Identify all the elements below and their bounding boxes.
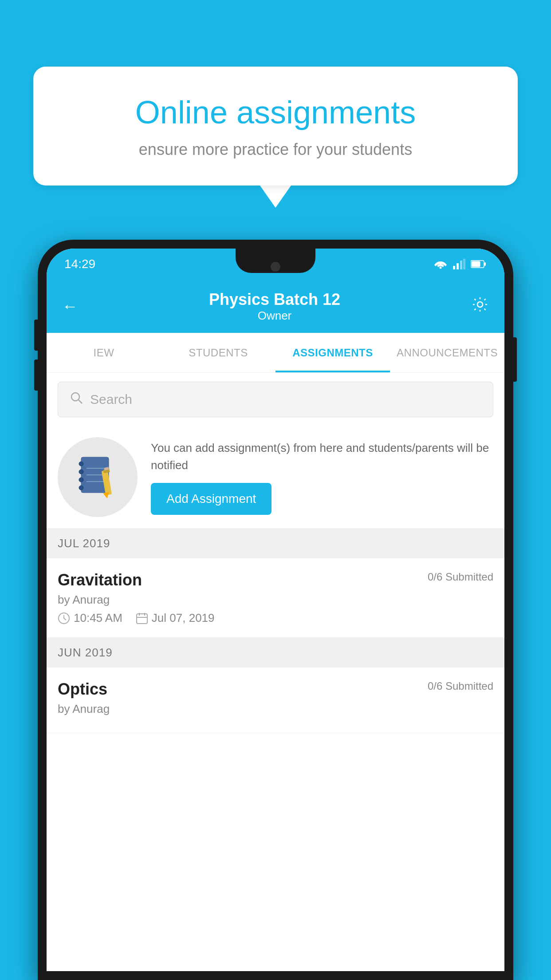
assignment-time: 10:45 AM	[58, 611, 122, 625]
svg-point-15	[79, 486, 83, 490]
search-icon	[69, 391, 83, 408]
assignment-author: by Anurag	[58, 593, 493, 607]
front-camera	[271, 262, 280, 272]
search-placeholder: Search	[90, 392, 132, 407]
svg-point-12	[79, 462, 83, 466]
speech-bubble-subtitle: ensure more practice for your students	[64, 140, 487, 159]
svg-point-13	[79, 470, 83, 474]
promo-icon-circle	[58, 437, 138, 517]
calendar-icon	[136, 612, 148, 624]
assignment-submitted-optics: 0/6 Submitted	[428, 680, 493, 692]
assignment-title: Gravitation	[58, 571, 142, 589]
volume-up-button	[34, 320, 38, 351]
promo-content: You can add assignment(s) from here and …	[151, 439, 493, 515]
tab-students[interactable]: STUDENTS	[161, 333, 276, 372]
assignment-item-gravitation[interactable]: Gravitation 0/6 Submitted by Anurag 10:4…	[47, 558, 504, 638]
tab-announcements[interactable]: ANNOUNCEMENTS	[390, 333, 504, 372]
search-container: Search	[47, 373, 504, 426]
assignment-row-top-optics: Optics 0/6 Submitted	[58, 680, 493, 699]
assignment-author-optics: by Anurag	[58, 702, 493, 716]
assignment-date: Jul 07, 2019	[136, 611, 215, 625]
app-bar-subtitle: Owner	[209, 309, 340, 323]
svg-line-25	[64, 618, 66, 620]
phone-screen: 14:29	[47, 249, 504, 971]
phone-frame: 14:29	[38, 240, 513, 980]
speech-bubble-card: Online assignments ensure more practice …	[33, 67, 518, 186]
app-bar: ← Physics Batch 12 Owner	[47, 280, 504, 333]
svg-point-8	[477, 302, 483, 307]
svg-rect-26	[137, 614, 147, 624]
promo-text: You can add assignment(s) from here and …	[151, 439, 493, 474]
month-header-jun: JUN 2019	[47, 638, 504, 668]
speech-bubble-arrow	[260, 186, 291, 208]
clock-icon	[58, 612, 70, 624]
tab-assignments[interactable]: ASSIGNMENTS	[276, 333, 390, 372]
tab-iew[interactable]: IEW	[47, 333, 161, 372]
tabs-container: IEW STUDENTS ASSIGNMENTS ANNOUNCEMENTS	[47, 333, 504, 373]
svg-point-0	[440, 267, 442, 269]
assignment-row-top: Gravitation 0/6 Submitted	[58, 571, 493, 589]
assignment-item-optics[interactable]: Optics 0/6 Submitted by Anurag	[47, 668, 504, 733]
back-button[interactable]: ←	[62, 297, 78, 316]
svg-rect-7	[484, 262, 486, 266]
svg-rect-2	[457, 263, 459, 269]
svg-rect-6	[472, 261, 480, 267]
notebook-icon	[78, 455, 118, 499]
svg-rect-4	[463, 259, 465, 269]
power-button	[513, 337, 517, 382]
status-time: 14:29	[64, 257, 95, 271]
gear-icon	[471, 296, 489, 313]
app-bar-title: Physics Batch 12	[209, 290, 340, 309]
promo-card: You can add assignment(s) from here and …	[47, 426, 504, 529]
assignment-submitted: 0/6 Submitted	[428, 571, 493, 583]
svg-point-9	[71, 393, 79, 401]
month-header-jul: JUL 2019	[47, 529, 504, 558]
wifi-icon	[433, 259, 448, 269]
signal-icon	[453, 259, 465, 269]
add-assignment-button[interactable]: Add Assignment	[151, 483, 272, 515]
assignment-title-optics: Optics	[58, 680, 107, 699]
volume-down-button	[34, 360, 38, 391]
app-bar-title-container: Physics Batch 12 Owner	[209, 290, 340, 323]
speech-bubble-section: Online assignments ensure more practice …	[33, 67, 518, 208]
svg-rect-1	[453, 266, 455, 269]
svg-line-10	[79, 400, 82, 403]
battery-icon	[471, 260, 487, 269]
settings-button[interactable]	[471, 296, 489, 317]
speech-bubble-title: Online assignments	[64, 93, 487, 131]
svg-point-14	[79, 478, 83, 482]
svg-rect-3	[460, 261, 462, 269]
status-icons	[433, 259, 487, 269]
phone-notch	[236, 249, 315, 273]
assignment-meta: 10:45 AM Jul 07, 2019	[58, 611, 493, 625]
search-bar[interactable]: Search	[58, 382, 493, 417]
